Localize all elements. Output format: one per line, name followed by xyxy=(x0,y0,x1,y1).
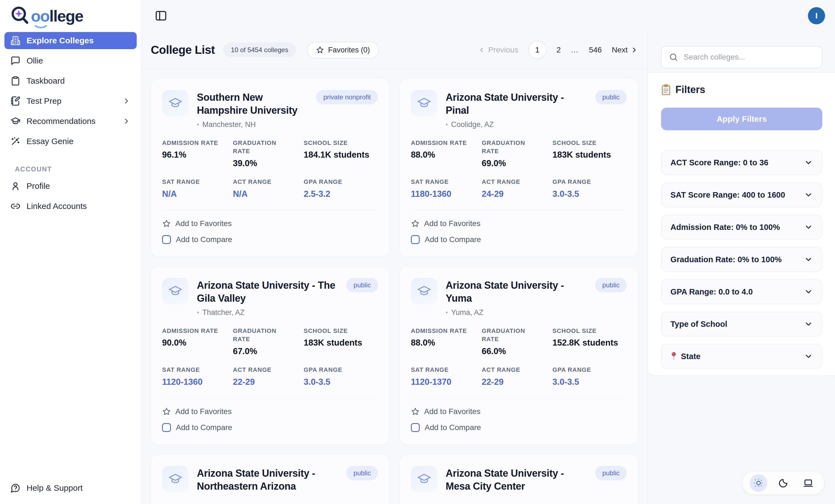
sidebar: oollege Explore Colleges Ollie xyxy=(0,0,141,504)
magnifier-logo-icon xyxy=(10,5,30,26)
stat-graduation-rate: GRADUATION RATE66.0% xyxy=(482,327,552,357)
sidebar-item-essay-genie[interactable]: Essay Genie xyxy=(4,133,137,150)
chevron-right-icon xyxy=(122,97,130,105)
previous-page-button[interactable]: Previous xyxy=(478,45,518,55)
college-type-badge: private nonprofit xyxy=(316,90,378,104)
college-location: •Thatcher, AZ xyxy=(197,308,338,317)
filter-type-of-school[interactable]: Type of School xyxy=(661,312,822,336)
sidebar-item-taskboard[interactable]: Taskboard xyxy=(4,72,137,89)
stat-admission-rate: ADMISSION RATE88.0% xyxy=(411,327,482,357)
avatar-initial: I xyxy=(815,11,818,20)
search-input[interactable] xyxy=(684,53,815,62)
sidebar-item-test-prep[interactable]: Test Prep xyxy=(4,92,137,110)
filter-graduation-rate[interactable]: Graduation Rate: 0% to 100% xyxy=(661,247,822,272)
stat-gpa-range: GPA RANGE3.0-3.5 xyxy=(552,178,627,199)
college-name[interactable]: Southern New Hampshire University xyxy=(197,91,308,117)
card-divider xyxy=(411,210,627,210)
stat-admission-rate: ADMISSION RATE96.1% xyxy=(162,139,233,169)
college-card: Arizona State University - Yuma •Yuma, A… xyxy=(400,267,638,445)
filter-admission-rate[interactable]: Admission Rate: 0% to 100% xyxy=(661,215,822,239)
sidebar-toggle-button[interactable] xyxy=(155,9,167,22)
graduation-cap-icon xyxy=(162,90,189,117)
chevron-right-icon xyxy=(630,46,638,54)
page-button-546[interactable]: 546 xyxy=(589,45,602,55)
graduation-cap-icon xyxy=(162,278,189,304)
college-name[interactable]: Arizona State University - Northeastern … xyxy=(197,467,338,493)
stat-school-size: SCHOOL SIZE184.1K students xyxy=(304,139,378,169)
school-building-icon xyxy=(11,36,20,45)
college-count-badge: 10 of 5454 colleges xyxy=(223,42,296,57)
college-name[interactable]: Arizona State University - Yuma xyxy=(446,279,587,305)
stat-admission-rate: ADMISSION RATE90.0% xyxy=(162,327,233,357)
sidebar-item-label: Essay Genie xyxy=(26,136,74,146)
sidebar-item-label: Taskboard xyxy=(26,76,65,86)
compare-checkbox[interactable] xyxy=(162,423,171,432)
college-name[interactable]: Arizona State University - Mesa City Cen… xyxy=(446,467,587,493)
next-page-button[interactable]: Next xyxy=(612,45,638,55)
add-to-favorites-button[interactable]: Add to Favorites xyxy=(411,217,627,230)
sidebar-item-label: Linked Accounts xyxy=(26,202,87,211)
add-to-compare-control: Add to Compare xyxy=(411,421,627,434)
clipboard-emoji-icon xyxy=(661,84,671,96)
sun-icon xyxy=(753,478,764,488)
add-to-compare-control: Add to Compare xyxy=(162,421,378,434)
compare-checkbox[interactable] xyxy=(411,423,420,432)
sidebar-item-recommendations[interactable]: Recommendations xyxy=(4,112,137,130)
page-title: College List xyxy=(151,43,215,57)
apply-filters-button[interactable]: Apply Filters xyxy=(661,108,822,130)
filter-sat-score[interactable]: SAT Score Range: 400 to 1600 xyxy=(661,183,822,207)
star-icon xyxy=(162,407,171,416)
filter-gpa-range[interactable]: GPA Range: 0.0 to 4.0 xyxy=(661,279,822,304)
sidebar-item-help-support[interactable]: Help & Support xyxy=(4,479,137,497)
stat-act-range: ACT RANGEN/A xyxy=(233,178,303,199)
stat-graduation-rate: GRADUATION RATE69.0% xyxy=(482,139,552,169)
stat-school-size: SCHOOL SIZE183K students xyxy=(552,139,627,169)
laptop-icon xyxy=(803,478,813,488)
user-avatar[interactable]: I xyxy=(808,7,825,24)
stat-gpa-range: GPA RANGE2.5-3.2 xyxy=(304,178,378,199)
college-name[interactable]: Arizona State University - Pinal xyxy=(446,91,587,117)
card-divider xyxy=(411,398,627,398)
card-divider xyxy=(162,398,378,398)
magic-wand-icon xyxy=(11,136,20,146)
college-card: Arizona State University - The Gila Vall… xyxy=(151,267,389,445)
system-theme-button[interactable] xyxy=(799,474,817,492)
favorites-button[interactable]: Favorites (0) xyxy=(307,42,379,59)
sidebar-item-label: Explore Colleges xyxy=(26,36,94,45)
main-content: College List 10 of 5454 colleges Favorit… xyxy=(141,31,648,504)
stat-graduation-rate: GRADUATION RATE39.0% xyxy=(233,139,303,169)
sidebar-item-linked-accounts[interactable]: Linked Accounts xyxy=(4,197,137,215)
stat-admission-rate: ADMISSION RATE88.0% xyxy=(411,139,482,169)
star-icon xyxy=(411,407,420,416)
college-cards-grid: Southern New Hampshire University •Manch… xyxy=(141,69,648,504)
filter-state[interactable]: State xyxy=(661,344,822,369)
theme-switcher xyxy=(742,471,824,495)
sidebar-item-explore-colleges[interactable]: Explore Colleges xyxy=(4,32,137,49)
sidebar-item-ollie[interactable]: Ollie xyxy=(4,52,137,69)
add-to-favorites-button[interactable]: Add to Favorites xyxy=(162,405,378,418)
compare-checkbox[interactable] xyxy=(162,235,171,244)
list-header: College List 10 of 5454 colleges Favorit… xyxy=(141,31,648,69)
dark-theme-button[interactable] xyxy=(775,474,792,492)
college-name[interactable]: Arizona State University - The Gila Vall… xyxy=(197,279,338,305)
filters-sidebar: Filters Apply Filters ACT Score Range: 0… xyxy=(648,31,835,504)
college-type-badge: public xyxy=(595,90,627,104)
user-icon xyxy=(11,181,20,191)
favorites-button-label: Favorites (0) xyxy=(328,46,370,55)
college-type-badge: public xyxy=(595,466,627,480)
brand-logo[interactable]: oollege xyxy=(0,0,141,25)
college-card: Arizona State University - Mesa City Cen… xyxy=(400,455,638,504)
compare-checkbox[interactable] xyxy=(411,235,420,244)
moon-icon xyxy=(778,478,789,488)
light-theme-button[interactable] xyxy=(750,474,767,492)
add-to-favorites-button[interactable]: Add to Favorites xyxy=(411,405,627,418)
star-icon xyxy=(316,46,324,54)
add-to-favorites-button[interactable]: Add to Favorites xyxy=(162,217,378,230)
sidebar-item-profile[interactable]: Profile xyxy=(4,177,137,195)
link-icon xyxy=(11,201,20,211)
filter-act-score[interactable]: ACT Score Range: 0 to 36 xyxy=(661,150,822,175)
page-button-1[interactable]: 1 xyxy=(528,41,547,59)
page-button-2[interactable]: 2 xyxy=(556,45,561,55)
stat-sat-range: SAT RANGEN/A xyxy=(162,178,233,199)
pushpin-icon xyxy=(670,352,677,361)
